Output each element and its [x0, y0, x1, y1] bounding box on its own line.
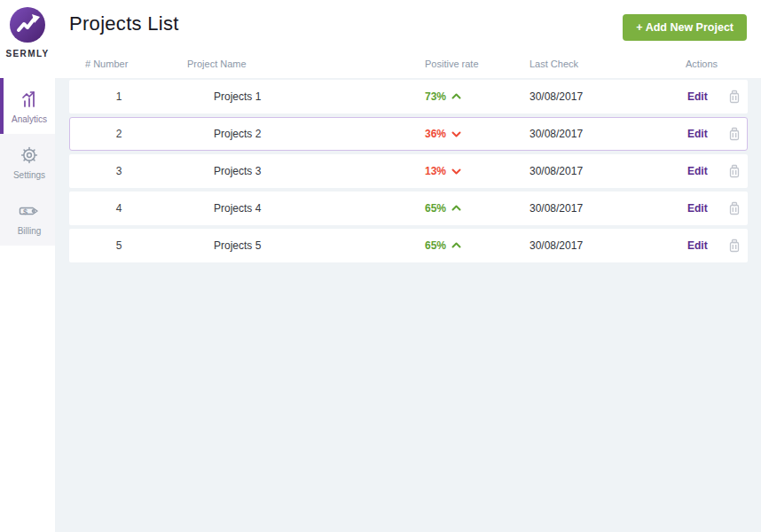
table-row[interactable]: 3 Projects 3 13% 30/08/2017 Edit: [69, 154, 748, 188]
trend-arrow-logo-icon: [10, 7, 45, 46]
sidebar-item-label: Billing: [18, 226, 42, 236]
column-header-last-check: Last Check: [502, 59, 662, 69]
positive-rate: 65%: [398, 239, 503, 252]
chevron-down-icon: [451, 130, 461, 137]
trash-icon: [727, 131, 741, 145]
trash-icon: [727, 206, 741, 219]
edit-link[interactable]: Edit: [687, 90, 708, 103]
positive-rate-value: 65%: [425, 239, 446, 252]
row-number: 3: [70, 165, 168, 177]
last-check-date: 30/08/2017: [503, 165, 663, 177]
row-number: 5: [70, 239, 168, 252]
delete-button[interactable]: [727, 89, 741, 105]
last-check-date: 30/08/2017: [503, 239, 663, 252]
sidebar-item-label: Analytics: [12, 114, 47, 124]
delete-button[interactable]: [727, 238, 741, 254]
project-name: Projects 3: [168, 165, 398, 177]
chevron-up-icon: [451, 93, 461, 100]
row-actions: Edit: [663, 163, 747, 179]
svg-text:$: $: [23, 207, 27, 216]
brand-logo: SERMLY: [0, 0, 55, 78]
add-new-project-button[interactable]: + Add New Project: [623, 14, 747, 41]
sidebar-menu: Analytics Settings: [0, 78, 55, 246]
chevron-down-icon: [451, 168, 461, 175]
delete-button[interactable]: [727, 126, 741, 142]
column-header-actions: Actions: [662, 59, 748, 69]
brand-name: SERMLY: [5, 49, 49, 59]
row-actions: Edit: [663, 238, 747, 254]
table-header: # Number Project Name Positive rate Last…: [69, 50, 748, 78]
main-content: Projects List + Add New Project # Number…: [55, 0, 761, 532]
gear-icon: [20, 145, 39, 165]
row-number: 2: [70, 128, 168, 140]
delete-button[interactable]: [727, 200, 741, 216]
edit-link[interactable]: Edit: [687, 239, 708, 252]
app-window: SERMLY Analytics: [0, 0, 761, 532]
positive-rate-value: 73%: [425, 90, 446, 103]
table-row[interactable]: 4 Projects 4 65% 30/08/2017 Edit: [69, 192, 748, 225]
last-check-date: 30/08/2017: [503, 90, 663, 103]
sidebar: SERMLY Analytics: [0, 0, 55, 532]
price-tag-icon: $: [19, 201, 40, 221]
positive-rate-value: 36%: [425, 128, 446, 140]
project-name: Projects 2: [168, 128, 398, 140]
row-number: 1: [70, 90, 168, 103]
project-name: Projects 5: [168, 239, 398, 252]
projects-table: 1 Projects 1 73% 30/08/2017 Edit 2 Proje…: [55, 78, 761, 532]
column-header-positive-rate: Positive rate: [397, 59, 502, 69]
row-actions: Edit: [663, 89, 747, 105]
project-name: Projects 4: [168, 202, 398, 215]
positive-rate: 73%: [398, 90, 503, 103]
sidebar-item-label: Settings: [13, 170, 45, 180]
delete-button[interactable]: [727, 163, 741, 179]
edit-link[interactable]: Edit: [687, 128, 708, 140]
table-row[interactable]: 1 Projects 1 73% 30/08/2017 Edit: [69, 80, 748, 113]
last-check-date: 30/08/2017: [503, 202, 663, 215]
positive-rate-value: 13%: [425, 165, 446, 177]
positive-rate: 36%: [398, 128, 503, 140]
column-header-number: # Number: [69, 59, 167, 69]
page-header: Projects List + Add New Project: [55, 0, 761, 50]
sidebar-item-analytics[interactable]: Analytics: [0, 78, 55, 134]
positive-rate: 65%: [398, 202, 503, 215]
row-actions: Edit: [663, 126, 747, 142]
project-name: Projects 1: [168, 90, 398, 103]
page-title: Projects List: [69, 12, 179, 35]
positive-rate-value: 65%: [425, 202, 446, 215]
trash-icon: [727, 94, 741, 107]
bar-chart-icon: [20, 90, 39, 109]
positive-rate: 13%: [398, 165, 503, 177]
row-actions: Edit: [663, 200, 747, 216]
sidebar-item-settings[interactable]: Settings: [0, 134, 55, 190]
sidebar-item-billing[interactable]: $ Billing: [0, 190, 55, 246]
column-header-project-name: Project Name: [167, 59, 397, 69]
chevron-up-icon: [451, 242, 461, 249]
chevron-up-icon: [451, 205, 461, 212]
table-row[interactable]: 2 Projects 2 36% 30/08/2017 Edit: [69, 117, 748, 151]
edit-link[interactable]: Edit: [687, 165, 708, 177]
table-row[interactable]: 5 Projects 5 65% 30/08/2017 Edit: [69, 229, 748, 262]
edit-link[interactable]: Edit: [687, 202, 708, 215]
trash-icon: [727, 243, 741, 256]
row-number: 4: [70, 202, 168, 215]
trash-icon: [727, 168, 741, 182]
last-check-date: 30/08/2017: [503, 128, 663, 140]
